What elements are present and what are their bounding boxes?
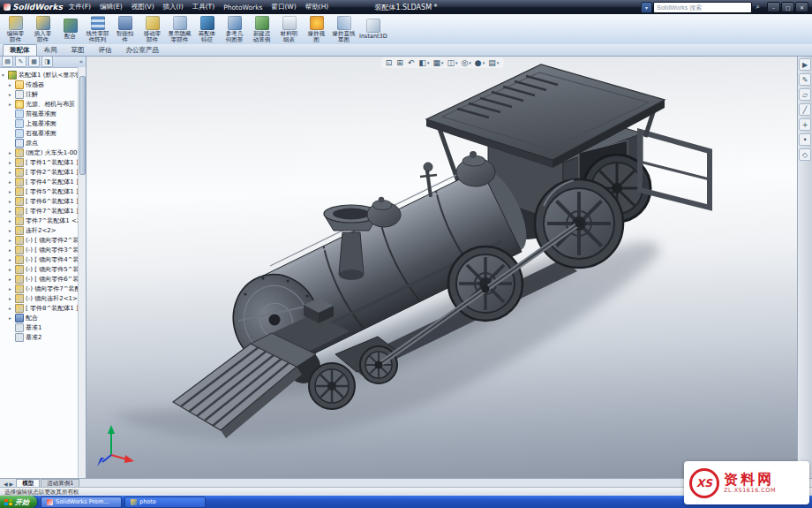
sketch-icon[interactable]: ✎ [799, 73, 811, 86]
tree-expander-icon[interactable]: ▸ [9, 228, 13, 233]
ribbon-tab[interactable]: 装配体 [3, 44, 37, 56]
tree-expander-icon[interactable]: ▸ [9, 199, 13, 204]
tree-scrollbar[interactable] [78, 67, 86, 478]
tree-item[interactable]: ▸ (-) 镜向连杆2<1> [0, 293, 79, 303]
toolbar-button[interactable]: 显示隐藏 零部件 [166, 15, 193, 43]
tree-scrollbar-thumb[interactable] [79, 76, 86, 175]
toolbar-button[interactable]: 新建运 动算例 [248, 15, 275, 43]
tab-scroll-arrows-icon[interactable]: ◀ ▶ [2, 481, 15, 487]
toolbar-button[interactable]: 材料明 细表 [275, 15, 303, 43]
tree-item[interactable]: ▸ [ 零件2^装配体1 ]<1> [0, 167, 79, 177]
menu-item[interactable]: 窗口(W) [267, 2, 300, 12]
taskbar-task-button[interactable]: SolidWorks Prem... [41, 497, 122, 508]
close-button[interactable]: ✕ [795, 2, 808, 12]
tree-item[interactable]: 原点 [0, 138, 79, 148]
headsup-button[interactable]: ▤ ▾ [488, 58, 499, 67]
toolbar-button[interactable]: 插入零 部件 [29, 15, 56, 43]
taskbar-task-button[interactable]: photo [124, 497, 206, 508]
search-chevron-icon[interactable]: ▾ [641, 2, 652, 13]
tree-expander-icon[interactable]: ▸ [9, 150, 13, 155]
menu-item[interactable]: 文件(F) [64, 2, 95, 12]
mate-reference-icon[interactable]: ◇ [799, 148, 811, 161]
tree-item[interactable]: ▸ 注解 [0, 89, 79, 99]
tree-item[interactable]: 上视基准面 [0, 118, 79, 128]
coordinate-system-icon[interactable]: + [799, 118, 811, 131]
tree-item[interactable]: ▸ (固定) 火车头1-001<1> [0, 148, 79, 157]
panel-collapse-icon[interactable]: « [79, 58, 84, 65]
toolbar-button[interactable]: 线性零部 件阵列 [84, 15, 111, 43]
tree-item[interactable]: ▸ 连杆2<2> [0, 225, 79, 235]
headsup-button[interactable]: ◎ ▾ [461, 58, 470, 67]
headsup-button[interactable]: ⊡ [386, 58, 394, 67]
headsup-button[interactable]: ▦ ▾ [432, 58, 443, 67]
tree-expander-icon[interactable]: ▸ [9, 209, 13, 214]
tree-expander-icon[interactable]: ▾ [2, 72, 6, 78]
tree-item[interactable]: ▸ 配合 [0, 313, 79, 322]
tree-item[interactable]: ▸ [ 零件5^装配体1 ]<1> [0, 186, 79, 196]
tree-expander-icon[interactable]: ▸ [9, 92, 13, 97]
tree-expander-icon[interactable]: ▸ [9, 267, 13, 272]
tree-expander-icon[interactable]: ▸ [9, 306, 13, 311]
toolbar-button[interactable]: 爆炸直线 草图 [330, 15, 357, 43]
menu-item[interactable]: PhotoWorks [219, 3, 267, 12]
featuremanager-tab-icon[interactable]: ▤ [2, 56, 13, 67]
point-icon[interactable]: • [799, 133, 811, 146]
plane-icon[interactable]: ▱ [799, 88, 811, 101]
tree-item[interactable]: 基准1 [0, 322, 79, 332]
tree-expander-icon[interactable]: ▸ [9, 296, 13, 301]
tree-expander-icon[interactable]: ▸ [9, 160, 13, 165]
menu-item[interactable]: 视图(V) [127, 2, 159, 12]
tree-expander-icon[interactable]: ▸ [9, 102, 13, 107]
tree-item[interactable]: ▸ 零件7^装配体1 <2> [0, 216, 79, 225]
tree-expander-icon[interactable]: ▸ [9, 189, 13, 194]
tree-item[interactable]: 右视基准面 [0, 128, 79, 138]
search-input[interactable] [653, 2, 752, 13]
tree-expander-icon[interactable]: ▸ [9, 238, 13, 243]
select-icon[interactable]: ▶ [799, 58, 811, 71]
propertymanager-tab-icon[interactable]: ✎ [15, 56, 26, 67]
headsup-button[interactable]: ◧ ▾ [418, 58, 429, 67]
tree-item[interactable]: ▸ (-) 镜向零件7^装配体1 [0, 284, 79, 293]
headsup-button[interactable]: ● ▾ [475, 58, 485, 67]
toolbar-button[interactable]: Instant3D [357, 15, 389, 43]
toolbar-button[interactable]: 移动零 部件 [139, 15, 166, 43]
search-icon[interactable]: ⌕ [753, 3, 763, 12]
tree-item[interactable]: ▸ [ 零件8^装配体1 ]<1> [0, 303, 79, 313]
tree-item[interactable]: ▸ [ 零件7^装配体1 ]<1> [0, 206, 79, 216]
tree-expander-icon[interactable]: ▸ [9, 315, 13, 321]
maximize-button[interactable]: ▢ [781, 2, 794, 12]
toolbar-button[interactable]: 参考几 何图形 [221, 15, 248, 43]
tree-expander-icon[interactable]: ▸ [9, 257, 13, 262]
tree-expander-icon[interactable]: ▸ [9, 247, 13, 253]
tree-item[interactable]: ▸ (-) [ 镜向零件4^装配体1 ]<1> [0, 254, 79, 264]
configurationmanager-tab-icon[interactable]: ▦ [28, 56, 40, 67]
tree-expander-icon[interactable]: ▸ [9, 218, 13, 224]
graphics-viewport[interactable]: ⊡ ⊞ ↶ ◧ ▾ [86, 56, 798, 478]
tree-item[interactable]: ▸ [ 零件6^装配体1 ]<1> [0, 196, 79, 206]
tree-item[interactable]: ▸ 传感器 [0, 80, 79, 89]
tree-item[interactable]: ▾ 装配体1 (默认<显示状态-1>) [0, 70, 79, 80]
tree-item[interactable]: 基准2 [0, 332, 79, 342]
toolbar-button[interactable]: 配合 [56, 15, 84, 43]
headsup-button[interactable]: ◫ ▾ [447, 58, 457, 67]
headsup-button[interactable]: ⊞ [396, 58, 404, 67]
tree-item[interactable]: 前视基准面 [0, 109, 79, 118]
menu-item[interactable]: 插入(I) [159, 2, 188, 12]
menu-item[interactable]: 帮助(H) [301, 2, 334, 12]
tree-expander-icon[interactable]: ▸ [9, 179, 13, 185]
toolbar-button[interactable]: 装配体 特征 [193, 15, 221, 43]
tree-item[interactable]: ▸ 光源、相机与布景 [0, 99, 79, 109]
toolbar-button[interactable]: 编辑零 部件 [2, 15, 29, 43]
tree-expander-icon[interactable]: ▸ [9, 277, 13, 282]
menu-item[interactable]: 工具(T) [188, 2, 219, 12]
tree-item[interactable]: ▸ (-) [ 镜向零件5^装配体1 ]<1> [0, 264, 79, 274]
tree-item[interactable]: ▸ (-) [ 镜向零件6^装配体1 ]<1> [0, 274, 79, 284]
headsup-button[interactable]: ↶ [408, 58, 416, 67]
minimize-button[interactable]: – [767, 2, 780, 12]
ribbon-tab[interactable]: 布局 [37, 44, 64, 56]
toolbar-button[interactable]: 爆炸视 图 [303, 15, 330, 43]
toolbar-button[interactable]: 智能扣 件 [111, 15, 139, 43]
tree-item[interactable]: ▸ (-) [ 镜向零件3^装配体1 ]<1> [0, 245, 79, 254]
ribbon-tab[interactable]: 办公室产品 [119, 44, 167, 56]
ribbon-tab[interactable]: 草图 [64, 44, 92, 56]
